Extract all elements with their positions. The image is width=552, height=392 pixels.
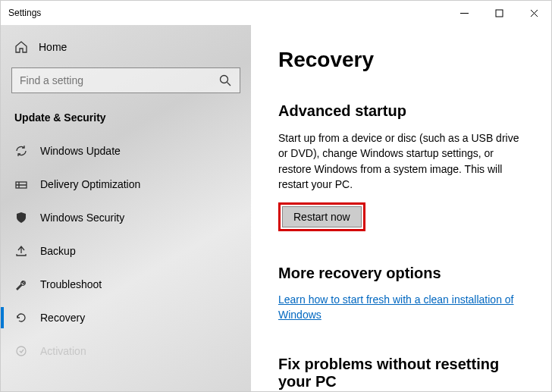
nav-list: Windows Update Delivery Optimization Win… [1, 134, 251, 358]
search-icon [218, 74, 232, 87]
sidebar-item-activation[interactable]: Activation [1, 334, 251, 358]
sidebar-item-windows-update[interactable]: Windows Update [1, 134, 251, 168]
advanced-startup-desc: Start up from a device or disc (such as … [278, 130, 528, 192]
sidebar-item-label: Delivery Optimization [40, 178, 140, 190]
page-title: Recovery [278, 48, 528, 72]
window-controls [447, 1, 551, 25]
sidebar-item-label: Activation [40, 345, 86, 357]
sidebar-item-label: Windows Update [40, 145, 121, 157]
sidebar-item-label: Troubleshoot [40, 278, 102, 290]
svg-point-4 [221, 76, 228, 83]
svg-line-5 [227, 83, 231, 86]
svg-point-7 [17, 347, 26, 356]
shield-icon [14, 211, 28, 224]
maximize-button[interactable] [481, 1, 516, 25]
restart-now-button[interactable]: Restart now [282, 206, 362, 227]
more-recovery-heading: More recovery options [278, 265, 528, 282]
sidebar-item-delivery-optimization[interactable]: Delivery Optimization [1, 168, 251, 201]
fix-problems-heading: Fix problems without resetting your PC [278, 356, 528, 390]
svg-rect-1 [496, 10, 503, 17]
search-box[interactable] [11, 67, 240, 93]
sidebar: Home Update & Security Windows Update De… [1, 25, 251, 392]
sidebar-item-recovery[interactable]: Recovery [1, 301, 251, 334]
sidebar-item-label: Recovery [40, 312, 85, 324]
sidebar-item-label: Backup [40, 245, 76, 257]
sidebar-item-backup[interactable]: Backup [1, 234, 251, 268]
search-input[interactable] [20, 74, 211, 86]
sidebar-item-label: Windows Security [40, 212, 124, 224]
section-title: Update & Security [1, 107, 251, 134]
delivery-icon [14, 177, 28, 191]
titlebar: Settings [1, 1, 551, 25]
fresh-start-link[interactable]: Learn how to start fresh with a clean in… [278, 293, 528, 322]
sync-icon [14, 144, 28, 158]
minimize-button[interactable] [447, 1, 481, 25]
home-link[interactable]: Home [1, 34, 251, 60]
home-icon [14, 40, 28, 54]
titlebar-title: Settings [8, 8, 41, 18]
home-label: Home [39, 41, 67, 53]
sidebar-item-windows-security[interactable]: Windows Security [1, 201, 251, 234]
recovery-icon [14, 311, 28, 325]
wrench-icon [14, 278, 28, 291]
highlight-box: Restart now [278, 202, 365, 231]
advanced-startup-heading: Advanced startup [278, 102, 528, 120]
activation-icon [14, 344, 28, 358]
sidebar-item-troubleshoot[interactable]: Troubleshoot [1, 268, 251, 301]
close-button[interactable] [516, 1, 551, 25]
backup-icon [14, 244, 28, 258]
content-pane: Recovery Advanced startup Start up from … [251, 25, 551, 392]
